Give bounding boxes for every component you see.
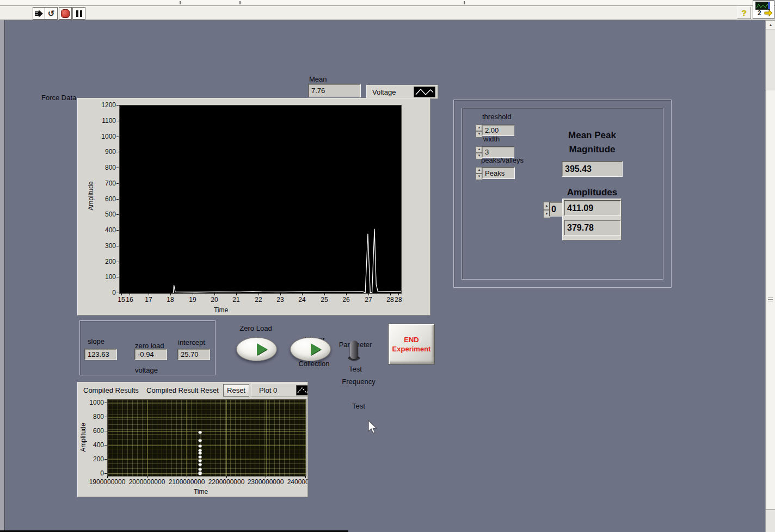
force-x-axis-label: Time xyxy=(205,306,237,314)
force-xtick-label: 18 xyxy=(162,296,179,304)
compiled-xtick-label: 2000000000 xyxy=(124,478,170,486)
mean-indicator: 7.76 xyxy=(308,84,361,97)
threshold-spinner[interactable]: ▲ ▼ xyxy=(476,125,482,138)
legend-plot-name: Plot 0 xyxy=(259,386,277,394)
axis-tick-mark xyxy=(116,230,119,231)
waveform-glyph-icon xyxy=(296,385,308,395)
intercept-indicator: 25.70 xyxy=(177,349,210,360)
slope-indicator: 123.63 xyxy=(84,349,117,360)
continuous-run-icon: ↺ xyxy=(48,9,55,18)
play-arrow-icon xyxy=(257,343,267,355)
axis-tick-mark xyxy=(116,262,119,262)
compiled-y-axis-label: Amplitude xyxy=(79,416,87,459)
force-ytick-label: 0 xyxy=(92,289,116,296)
compiled-chart-frame: Compiled Results Compiled Result Reset R… xyxy=(77,382,308,497)
force-xtick-label: 23 xyxy=(272,296,288,304)
force-plot-legend[interactable]: Voltage xyxy=(366,85,438,99)
context-help-button[interactable]: ? xyxy=(737,7,751,19)
axis-tick-mark xyxy=(187,476,187,478)
axis-tick-mark xyxy=(149,293,149,295)
waveform-glyph-icon xyxy=(414,86,435,97)
mean-peak-indicator: 395.43 xyxy=(562,161,623,177)
zero-load-button[interactable] xyxy=(236,337,277,361)
end-experiment-button[interactable]: END Experiment xyxy=(388,324,435,364)
axis-tick-mark xyxy=(259,293,259,295)
compiled-plot-area xyxy=(107,399,306,477)
run-button[interactable] xyxy=(33,7,46,20)
compiled-x-axis-label: Time xyxy=(184,488,217,496)
axis-tick-mark xyxy=(121,293,122,295)
axis-tick-mark xyxy=(305,476,306,478)
amplitudes-index-spinner[interactable]: ▲ ▼ xyxy=(543,202,549,218)
force-plot-area xyxy=(119,105,402,294)
compiled-ytick-label: 800 xyxy=(80,413,104,420)
axis-tick-mark xyxy=(116,199,119,200)
continuous-run-button[interactable]: ↺ xyxy=(45,7,58,20)
grip-line xyxy=(768,298,773,298)
zero-load-voltage-indicator: -0.94 xyxy=(134,349,167,360)
trigger-collection-button[interactable] xyxy=(290,337,331,361)
mouse-cursor xyxy=(368,420,379,435)
slope-label: slope xyxy=(88,337,104,345)
legend-plot-name: Voltage xyxy=(372,88,396,96)
amplitudes-index-input[interactable]: 0 xyxy=(549,202,563,216)
compiled-ytick-label: 600 xyxy=(80,427,104,435)
force-ytick-label: 600 xyxy=(92,195,116,203)
run-arrow-icon xyxy=(34,9,44,18)
axis-tick-mark xyxy=(280,293,281,295)
pause-icon xyxy=(76,10,82,17)
axis-tick-mark xyxy=(104,459,107,460)
axis-tick-mark xyxy=(398,293,399,295)
axis-tick-mark xyxy=(324,293,325,295)
axis-tick-mark xyxy=(368,293,369,295)
compiled-xtick-label: 2400000000 xyxy=(282,478,308,486)
panel-left-edge xyxy=(0,20,5,532)
peaks-valleys-label: peaks/valleys xyxy=(481,156,524,164)
axis-tick-mark xyxy=(104,431,107,431)
amplitudes-label: Amplitudes xyxy=(562,185,622,200)
axis-tick-mark xyxy=(266,476,266,478)
scrollbar-up-button[interactable]: ▲ xyxy=(765,20,775,29)
menu-bar[interactable] xyxy=(0,0,775,6)
force-xtick-label: 21 xyxy=(228,296,244,304)
grip-line xyxy=(768,301,773,301)
axis-tick-mark xyxy=(104,473,107,474)
compiled-xtick-label: 2100000000 xyxy=(164,478,210,486)
grip-line xyxy=(768,299,773,300)
scrollbar-thumb[interactable] xyxy=(766,90,775,510)
peaks-valleys-select[interactable]: Peaks xyxy=(482,167,515,179)
axis-tick-mark xyxy=(116,152,119,152)
compiled-ytick-label: 200 xyxy=(80,455,104,463)
axis-tick-mark xyxy=(116,246,119,246)
test-mode-toggle[interactable] xyxy=(350,341,358,359)
abort-icon xyxy=(61,9,70,18)
running-vi-badge[interactable]: 2 xyxy=(753,0,774,19)
axis-tick-mark xyxy=(130,293,130,295)
force-xtick-label: 16 xyxy=(121,296,138,304)
menu-text-fragment xyxy=(239,1,241,4)
compiled-xtick-label: 1900000000 xyxy=(84,478,130,486)
peaks-valleys-spinner[interactable]: ▲ ▼ xyxy=(476,167,482,180)
width-label: width xyxy=(483,135,500,143)
force-ytick-label: 1000 xyxy=(92,133,116,140)
axis-tick-mark xyxy=(346,293,347,295)
force-xtick-label: 20 xyxy=(206,296,223,304)
force-xtick-label: 28 xyxy=(390,296,407,304)
axis-tick-mark xyxy=(214,293,215,295)
reset-button[interactable]: Reset xyxy=(223,384,249,397)
threshold-input[interactable]: 2.00 xyxy=(482,125,514,136)
force-xtick-label: 19 xyxy=(184,296,201,304)
compiled-ytick-label: 400 xyxy=(80,441,104,449)
axis-tick-mark xyxy=(116,293,119,293)
axis-tick-mark xyxy=(104,403,107,403)
axis-tick-mark xyxy=(116,277,119,277)
axis-tick-mark xyxy=(390,293,391,295)
amplitude-value-0: 411.09 xyxy=(564,200,621,216)
compiled-plot-legend[interactable]: Plot 0 xyxy=(251,383,308,397)
axis-tick-mark xyxy=(104,445,107,446)
pause-button[interactable] xyxy=(72,7,85,20)
force-ytick-label: 700 xyxy=(92,180,116,187)
abort-button[interactable] xyxy=(59,7,72,20)
force-xtick-label: 27 xyxy=(360,296,377,304)
force-xtick-label: 24 xyxy=(294,296,310,304)
